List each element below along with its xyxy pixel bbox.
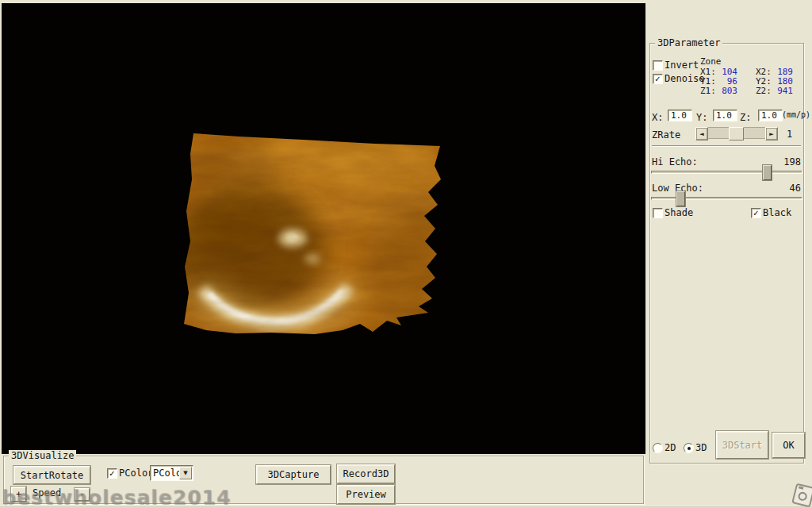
low-echo-slider-thumb[interactable]	[676, 191, 685, 206]
parameter-groupbox: 3DParameter Invert ✓ Denoise Zone X1: 10…	[649, 43, 804, 464]
check-icon: ✓	[109, 470, 115, 478]
scale-unit-label: (mm/p)	[782, 110, 810, 119]
speed-minus-button[interactable]: -	[75, 488, 90, 501]
scale-x-label: X:	[652, 112, 663, 123]
black-checkbox[interactable]: ✓	[751, 208, 761, 218]
start-rotate-button[interactable]: StartRotate	[13, 466, 90, 484]
scale-x-input[interactable]	[668, 110, 692, 121]
app-window: 3DParameter Invert ✓ Denoise Zone X1: 10…	[0, 0, 812, 508]
zone-z1-value: 803	[717, 86, 737, 96]
scale-y-input[interactable]	[713, 110, 737, 121]
window-bottom-edge	[0, 505, 812, 508]
shade-checkbox[interactable]	[653, 208, 663, 218]
preview-button[interactable]: Preview	[337, 485, 395, 504]
check-icon: ✓	[654, 75, 661, 83]
zrate-scroll-right-button[interactable]: ►	[765, 127, 778, 140]
mode-2d-radio[interactable]	[653, 443, 663, 453]
pcolor-select-arrow-button[interactable]: ▼	[179, 467, 192, 479]
render-viewport[interactable]	[2, 3, 645, 454]
scale-z-label: Z:	[740, 112, 751, 123]
hi-echo-slider-track[interactable]	[651, 171, 802, 174]
zrate-scrollbar[interactable]: ◄ ►	[695, 127, 778, 139]
zone-z1-label: Z1:	[700, 86, 716, 96]
hi-echo-slider-thumb[interactable]	[763, 165, 772, 180]
ok-button[interactable]: OK	[772, 433, 805, 458]
scroll-right-icon: ►	[769, 131, 773, 137]
check-icon: ✓	[753, 210, 759, 217]
speed-label: Speed	[33, 487, 61, 498]
black-label: Black	[763, 207, 791, 218]
visualize-groupbox: 3DVisualize StartRotate ✓ PColor PColor …	[3, 456, 644, 504]
hi-echo-value: 198	[783, 156, 801, 167]
3dstart-button[interactable]: 3DStart	[716, 431, 768, 459]
shade-label: Shade	[665, 207, 693, 218]
zone-z2-label: Z2:	[756, 86, 772, 96]
parameter-group-title: 3DParameter	[655, 37, 722, 48]
hi-echo-label: Hi Echo:	[652, 156, 698, 167]
zone-z2-value: 941	[772, 86, 793, 96]
pcolor-select[interactable]: PColor ▼	[150, 465, 193, 481]
mode-3d-label: 3D	[695, 442, 707, 453]
chevron-down-icon: ▼	[183, 470, 187, 476]
zrate-value: 1	[787, 129, 792, 140]
invert-checkbox[interactable]	[653, 60, 663, 71]
zone-label: Zone	[700, 56, 722, 67]
scale-z-input[interactable]	[758, 110, 783, 121]
pcolor-label: PColor	[119, 468, 153, 479]
mode-2d-label: 2D	[665, 442, 676, 453]
low-echo-value: 46	[790, 183, 801, 194]
scale-y-label: Y:	[696, 112, 707, 123]
camera-watermark-icon	[791, 483, 812, 507]
scroll-left-icon: ◄	[699, 131, 703, 137]
speed-plus-button[interactable]: +	[11, 487, 26, 502]
mode-3d-radio[interactable]	[684, 443, 694, 453]
record3d-button[interactable]: Record3D	[337, 464, 395, 483]
zrate-scroll-left-button[interactable]: ◄	[695, 127, 708, 140]
invert-label: Invert	[665, 60, 699, 71]
ultrasound-3d-render	[2, 3, 645, 454]
3dcapture-button[interactable]: 3DCapture	[256, 465, 331, 484]
denoise-checkbox[interactable]: ✓	[653, 74, 663, 84]
zrate-scroll-thumb[interactable]	[729, 127, 744, 140]
denoise-label: Denoise	[665, 73, 705, 84]
visualize-group-title: 3DVisualize	[9, 450, 76, 461]
zrate-label: ZRate	[652, 129, 680, 140]
separator	[652, 145, 801, 147]
pcolor-checkbox[interactable]: ✓	[107, 468, 117, 479]
low-echo-slider-track[interactable]	[651, 197, 802, 200]
